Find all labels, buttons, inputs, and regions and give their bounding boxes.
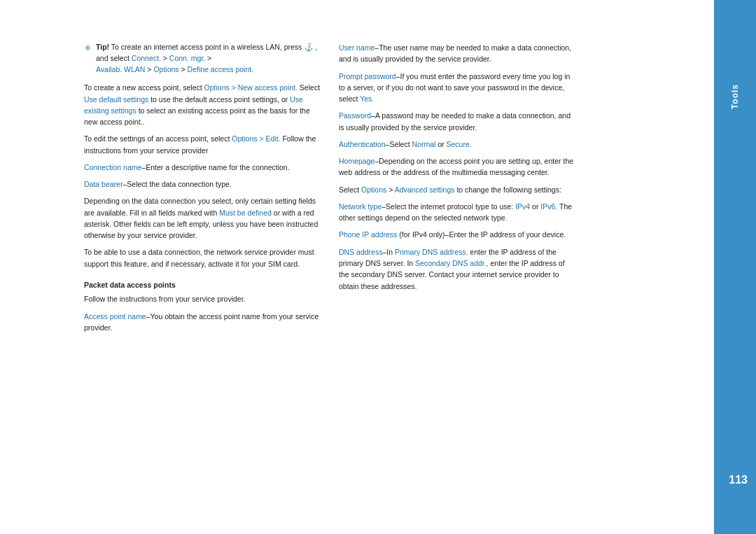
tip-label: Tip! To create an internet access point … — [96, 43, 317, 73]
page-number: 113 — [720, 468, 756, 492]
para-phone-ip: Phone IP address (for IPv4 only)–Enter t… — [339, 229, 577, 240]
tip-text: Tip! To create an internet access point … — [96, 42, 322, 75]
link-homepage: Homepage — [339, 157, 374, 165]
link-ipv4: IPv4 — [515, 202, 530, 211]
page: ✳ Tip! To create an internet access poin… — [0, 0, 756, 534]
tip-link-connect: Connect. — [132, 54, 161, 62]
link-user-name: User name — [339, 43, 374, 52]
tip-box: ✳ Tip! To create an internet access poin… — [84, 42, 322, 75]
para-homepage: Homepage–Depending on the access point y… — [339, 155, 577, 178]
para-new-access: To create a new access point, select Opt… — [84, 82, 322, 127]
sidebar: Tools 113 — [714, 0, 756, 534]
link-advanced-settings: Advanced settings — [395, 185, 455, 194]
link-ipv6: IPv6. — [540, 202, 557, 211]
para-fields: Depending on the data connection you sel… — [84, 195, 322, 241]
link-dns-address: DNS address — [339, 248, 382, 256]
para-network-type: Network type–Select the internet protoco… — [339, 201, 577, 224]
tip-link-conn-mgr: Conn. mgr. — [169, 54, 205, 62]
link-must-be-defined: Must be defined — [219, 209, 272, 217]
para-data-bearer: Data bearer–Select the data connection t… — [84, 178, 322, 190]
link-options-edit: Options > — [232, 134, 263, 143]
link-password: Password — [339, 111, 371, 120]
link-primary-dns: Primary DNS address, — [395, 248, 468, 256]
link-phone-ip: Phone IP address — [339, 230, 397, 239]
tip-link-options: Options — [153, 65, 178, 73]
para-advanced: Select Options > Advanced settings to ch… — [339, 184, 577, 195]
tip-link-define: Define access point. — [188, 65, 254, 73]
para-prompt-password: Prompt password–If you must enter the pa… — [339, 71, 577, 105]
para-access-point-name: Access point name–You obtain the access … — [84, 311, 322, 334]
link-secondary-dns: Secondary DNS addr., — [415, 259, 488, 267]
para-password: Password–A password may be needed to mak… — [339, 110, 577, 133]
para-user-name: User name–The user name may be needed to… — [339, 42, 577, 65]
tip-link-wlan: Availab. WLAN — [96, 65, 145, 73]
link-options-new-access: Options > New access point. — [204, 83, 298, 92]
link-options-adv: Options — [361, 185, 386, 194]
right-column: User name–The user name may be needed to… — [339, 42, 577, 506]
para-network-service: To be able to use a data connection, the… — [84, 246, 322, 269]
tip-icon: ✳ — [84, 43, 92, 53]
link-data-bearer: Data bearer — [84, 180, 122, 188]
link-use-default: Use default settings — [84, 95, 148, 104]
left-column: ✳ Tip! To create an internet access poin… — [84, 42, 322, 506]
para-edit-settings: To edit the settings of an access point,… — [84, 133, 322, 156]
section-packet-data: Packet data access points — [84, 279, 322, 290]
sidebar-label: Tools — [730, 84, 740, 109]
link-network-type: Network type — [339, 202, 382, 211]
link-access-point-name: Access point name — [84, 312, 146, 321]
link-normal: Normal — [412, 140, 436, 148]
para-authentication: Authentication–Select Normal or Secure. — [339, 139, 577, 150]
link-conn-name: Connection name — [84, 163, 141, 171]
content-area: ✳ Tip! To create an internet access poin… — [0, 0, 714, 534]
para-dns: DNS address–In Primary DNS address, ente… — [339, 246, 577, 292]
link-prompt-password: Prompt password — [339, 72, 396, 80]
link-authentication: Authentication — [339, 140, 386, 148]
para-follow-instructions: Follow the instructions from your servic… — [84, 293, 322, 304]
para-conn-name: Connection name–Enter a descriptive name… — [84, 162, 322, 173]
link-yes: Yes. — [360, 94, 374, 103]
link-secure: Secure. — [447, 140, 472, 148]
link-edit: Edit. — [265, 134, 280, 143]
